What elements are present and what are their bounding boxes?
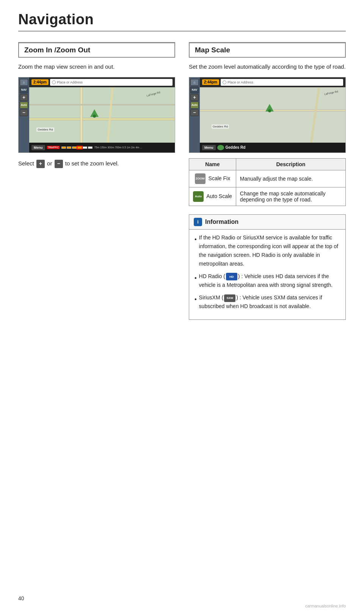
map-minus-btn-r: − (190, 109, 199, 116)
map-road-diag1 (107, 87, 114, 143)
table-col1-header: Name (189, 158, 236, 170)
map-nav-btn: NAV (20, 87, 28, 93)
page-number: 40 (18, 595, 24, 601)
map-menu-btn-r: Menu (202, 145, 216, 150)
map-plus-btn-r: + (190, 94, 199, 101)
bullet-1: • (195, 234, 197, 244)
page-title: Navigation (18, 11, 346, 28)
map-time-r: 2:44pm (202, 79, 219, 85)
map-road-v1 (80, 87, 83, 143)
scale-seg1 (61, 146, 66, 149)
map-label-r1: Geddes Rd (212, 124, 229, 129)
map-search-placeholder-r: Place or Address (228, 80, 253, 84)
map-content: Geddes Rd LaForge Rd (29, 87, 175, 143)
map-topbar: 2:44pm Place or Address (29, 77, 175, 87)
map-menu-btn-left: Menu (31, 145, 45, 150)
map-bottom-bar-left: Menu TRAFFIC 75m 150m 300m 700m 0.5 1m 2… (29, 143, 175, 153)
info-text-1: If the HD Radio or SiriusXM service is a… (199, 233, 340, 268)
map-traffic-icon: TRAFFIC (47, 146, 60, 149)
map-road-h2 (29, 104, 175, 105)
table-cell-desc2: Change the map scale automatically depen… (236, 187, 345, 206)
content-area: Zoom In /Zoom Out Zoom the map view scre… (18, 42, 346, 320)
map-home-btn: ⌂ (20, 79, 28, 86)
map-sidebar-right: ⌂ NAV + Auto − (189, 77, 200, 153)
scale-seg5 (83, 146, 87, 149)
map-nav-arrow (90, 109, 99, 118)
map-scale-body-text: Set the zoom level automatically accordi… (189, 62, 346, 72)
auto-scale-label: Auto Scale (206, 193, 232, 199)
scale-label: 75m 150m 300m 700m 0.5 1m 2m 4m ... (94, 146, 142, 149)
bullet-3: • (195, 294, 197, 304)
map-auto-btn-r: Auto (190, 102, 199, 109)
zoom-select-text: Select + or − to set the zoom level. (18, 158, 175, 168)
map-road-r2 (310, 87, 320, 142)
scale-table: Name Description ZOOM Scale Fix Manually… (189, 158, 346, 206)
map-nav-arrow-r (265, 104, 274, 112)
table-row: ZOOM Scale Fix Manually adjust the map s… (189, 170, 346, 187)
table-col2-header: Description (236, 158, 345, 170)
map-topbar-r: 2:44pm Place or Address (200, 77, 345, 87)
map-bottom-bar-r: Menu Geddes Rd (200, 143, 345, 153)
map-search-icon (52, 80, 56, 84)
select-post: to set the zoom level. (65, 160, 119, 167)
left-column: Zoom In /Zoom Out Zoom the map view scre… (18, 42, 175, 320)
map-sidebar-left: ⌂ NAV + Auto − (19, 77, 29, 153)
map-label1: Geddes Rd (36, 127, 54, 132)
info-title: Information (205, 219, 238, 225)
info-text-3: SiriusXM (SXM) : Vehicle uses SXM data s… (199, 293, 340, 311)
map-nav-btn-r: NAV (190, 87, 199, 93)
map-scale-section-title: Map Scale (189, 42, 346, 58)
map-time: 2:44pm (31, 79, 49, 85)
map-label-r2: LaForge Rd (324, 90, 339, 96)
table-cell-desc1: Manually adjust the map scale. (236, 170, 345, 187)
page-header: Navigation (18, 11, 346, 31)
map-scale-screenshot: ⌂ NAV + Auto − 2:44pm Place or Address (189, 77, 346, 153)
table-row: Auto Auto Scale Change the map scale aut… (189, 187, 346, 206)
select-pre: Select (18, 160, 34, 167)
map-home-btn-r: ⌂ (190, 79, 199, 86)
map-plus-btn: + (20, 94, 28, 101)
zoom-minus-inline: − (55, 160, 63, 168)
info-item-3: • SiriusXM (SXM) : Vehicle uses SXM data… (195, 293, 340, 311)
hd-radio-icon: HD (226, 273, 237, 280)
scale-fix-label: Scale Fix (209, 175, 231, 181)
map-search-bar: Place or Address (50, 79, 173, 86)
bullet-2: • (195, 273, 197, 283)
map-minus-btn: − (20, 109, 28, 116)
info-icon: i (194, 218, 202, 226)
sxm-icon: SXM (224, 294, 235, 302)
information-box: i Information • If the HD Radio or Siriu… (189, 214, 346, 320)
map-road-h1 (29, 118, 175, 121)
scale-seg-active (77, 146, 82, 149)
road-label: Geddes Rd (226, 145, 246, 149)
map-label2: LaForge Rd (146, 91, 160, 97)
map-scale-bar (61, 146, 93, 149)
right-column: Map Scale Set the zoom level automatical… (189, 42, 346, 320)
map-nav-dot (217, 145, 224, 150)
map-search-icon-r (223, 80, 226, 84)
scale-seg6 (88, 146, 93, 149)
info-item-2: • HD Radio (HD) : Vehicle uses HD data s… (195, 272, 340, 289)
map-search-bar-r: Place or Address (221, 79, 343, 86)
info-text-2: HD Radio (HD) : Vehicle uses HD data ser… (199, 272, 340, 289)
info-body: • If the HD Radio or SiriusXM service is… (189, 230, 345, 319)
map-content-r: Geddes Rd LaForge Rd (200, 87, 345, 143)
scale-seg2 (67, 146, 71, 149)
zoom-section-title: Zoom In /Zoom Out (18, 42, 175, 58)
watermark: carmanualsonline.info (305, 604, 346, 608)
table-cell-name2: Auto Auto Scale (189, 187, 236, 206)
zoom-plus-inline: + (36, 160, 45, 168)
auto-scale-icon: Auto (193, 191, 204, 202)
map-search-placeholder: Place or Address (57, 80, 83, 84)
info-header: i Information (189, 215, 345, 230)
select-or: or (47, 160, 52, 167)
map-auto-btn: Auto (20, 102, 28, 109)
info-item-1: • If the HD Radio or SiriusXM service is… (195, 233, 340, 268)
scale-fix-icon: ZOOM (195, 173, 206, 184)
zoom-body-text: Zoom the map view screen in and out. (18, 62, 175, 72)
table-cell-name1: ZOOM Scale Fix (189, 170, 236, 187)
zoom-map-screenshot: ⌂ NAV + Auto − 2:44pm Place or Address (18, 77, 175, 153)
scale-seg3 (72, 146, 77, 149)
